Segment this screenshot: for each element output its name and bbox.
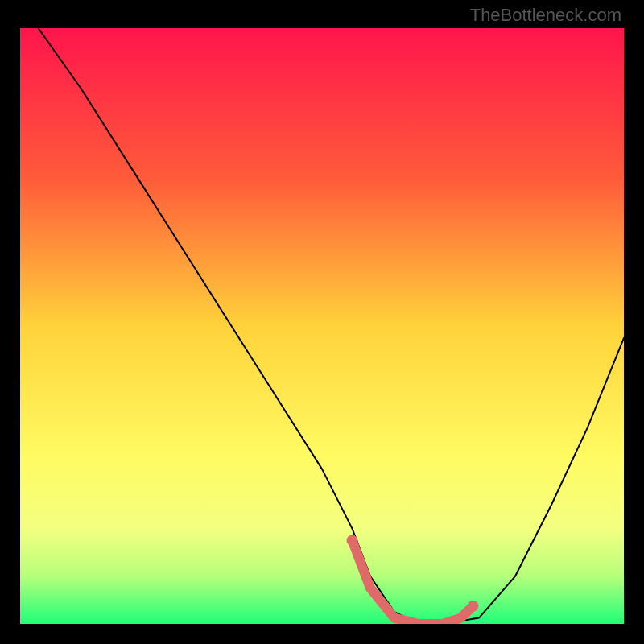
plot-area <box>20 28 624 624</box>
chart-svg <box>20 28 624 624</box>
series-highlight <box>353 540 473 624</box>
chart-container: TheBottleneck.com <box>0 0 644 644</box>
series-curve <box>39 28 625 624</box>
highlight-endpoint <box>468 601 479 612</box>
highlight-endpoint <box>347 535 358 546</box>
attribution-text: TheBottleneck.com <box>470 5 621 26</box>
